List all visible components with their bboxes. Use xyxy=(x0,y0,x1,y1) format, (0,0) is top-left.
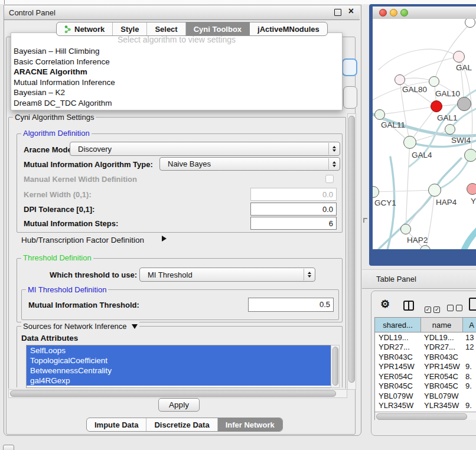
apply-button[interactable]: Apply xyxy=(158,398,200,412)
scrollbar-thumb[interactable] xyxy=(10,390,336,397)
tab-select[interactable]: Select xyxy=(147,22,185,35)
mi-steps-label: Mutual Information Steps: xyxy=(24,219,118,228)
attribute-list-scrollbar[interactable] xyxy=(331,345,340,388)
deselect-all-icon[interactable] xyxy=(447,303,462,314)
network-window-titlebar[interactable] xyxy=(373,6,476,19)
table-hscrollbar[interactable] xyxy=(375,412,476,420)
node-label: GAL10 xyxy=(435,89,460,98)
collapse-down-icon[interactable] xyxy=(132,324,138,329)
export-table-icon[interactable] xyxy=(469,298,476,311)
expand-right-icon[interactable] xyxy=(162,236,167,242)
table-row[interactable]: YDL19...YDL19...13 xyxy=(375,332,476,343)
tab-infer-network[interactable]: Infer Network xyxy=(218,418,282,431)
network-node-gal1[interactable] xyxy=(431,100,442,112)
table-panel-title: Table Panel xyxy=(376,275,416,283)
node-label: GAL xyxy=(456,63,472,72)
table-cell: YDR27... xyxy=(375,343,421,351)
data-attribute-item[interactable]: BetweennessCentrality xyxy=(27,366,331,376)
column-header-name[interactable]: name xyxy=(421,317,463,332)
network-node[interactable] xyxy=(457,97,471,111)
kernel-width-label: Kernel Width (0,1): xyxy=(24,190,92,199)
table-cell: YBR043C xyxy=(375,353,421,361)
columns-icon[interactable] xyxy=(403,301,414,311)
threshold-definition-title: Threshold Definition xyxy=(21,253,93,262)
table-cell: YBR045C xyxy=(375,381,421,390)
mi-threshold-label: Mutual Information Threshold: xyxy=(28,301,139,309)
manual-kernel-label: Manual Kernel Width Definition xyxy=(24,175,137,184)
table-cell: YDR27... xyxy=(421,343,463,351)
aracne-mode-select[interactable]: Discovery xyxy=(70,142,340,156)
table-row[interactable]: YER054CYER054C8. xyxy=(375,371,476,381)
network-node-hap4[interactable] xyxy=(428,184,441,197)
data-attribute-item[interactable]: TopologicalCoefficient xyxy=(27,356,331,366)
algorithm-option[interactable]: ARACNE Algorithm xyxy=(11,67,342,77)
table-row[interactable]: YBR043CYBR043C xyxy=(375,352,476,362)
tab-cyni-toolbox[interactable]: Cyni Toolbox xyxy=(186,22,250,35)
top-strip xyxy=(0,0,476,4)
mi-steps-field[interactable]: 6 xyxy=(250,217,337,230)
algorithm-option[interactable]: Bayesian – K2 xyxy=(11,87,342,98)
network-node-y[interactable] xyxy=(467,183,476,195)
algorithm-option[interactable]: Bayesian – Hill Climbing xyxy=(11,46,342,57)
tab-discretize-data[interactable]: Discretize Data xyxy=(146,418,217,431)
node-label: GAL11 xyxy=(381,120,405,129)
table-row[interactable]: YBR045CYBR045C9. xyxy=(375,381,476,392)
dpi-tolerance-label: DPI Tolerance [0,1]: xyxy=(24,205,94,214)
mi-algorithm-type-select[interactable]: Naive Bayes xyxy=(159,157,340,171)
tab-network[interactable]: Network xyxy=(57,22,113,35)
data-attribute-item[interactable]: SelfLoops xyxy=(27,345,331,356)
algorithm-option[interactable]: Dream8 DC_TDC Algorithm xyxy=(11,98,342,109)
float-icon[interactable] xyxy=(334,9,341,16)
algorithm-option[interactable]: Basic Correlation Inference xyxy=(11,57,342,67)
network-node-hap2[interactable] xyxy=(400,224,411,234)
table-cell: YER054C xyxy=(375,372,421,381)
column-header-shared[interactable]: shared... xyxy=(375,317,421,332)
table-row[interactable]: YPR145WYPR145W9. xyxy=(375,362,476,372)
network-view-canvas[interactable]: GALGAL80GAL10GAL1GAL11SWI4GAL4GCY1HAP4YH… xyxy=(373,19,476,249)
table-cell: YBL079W xyxy=(421,392,463,400)
which-threshold-label: Which threshold to use: xyxy=(50,270,137,279)
zoom-traffic-light-icon[interactable] xyxy=(400,9,408,17)
network-node-gal[interactable] xyxy=(453,51,465,63)
dpi-tolerance-field[interactable]: 0.0 xyxy=(250,203,337,216)
scrollbar-thumb[interactable] xyxy=(332,347,338,386)
network-node-gal4[interactable] xyxy=(403,136,416,149)
close-icon[interactable]: × xyxy=(348,6,354,17)
scrollbar-thumb[interactable] xyxy=(348,116,355,383)
tab-impute-data[interactable]: Impute Data xyxy=(87,418,146,431)
kernel-width-field[interactable]: 0.0 xyxy=(250,188,337,201)
combo-stepper-icon xyxy=(328,158,339,169)
tab-style[interactable]: Style xyxy=(113,22,147,35)
minimize-traffic-light-icon[interactable] xyxy=(390,9,397,17)
table-row[interactable]: YLR345WYLR345W9. xyxy=(375,401,476,411)
table-row[interactable]: YBL079WYBL079W xyxy=(375,391,476,401)
select-all-icon[interactable]: ✓ ✓ xyxy=(425,303,440,314)
network-node[interactable] xyxy=(464,149,476,162)
table-cell: 12 xyxy=(463,343,476,351)
table-row[interactable]: YDR27...YDR27...12 xyxy=(375,343,476,353)
sources-group-title[interactable]: Sources for Network Inference xyxy=(21,322,139,331)
panel-toggle-button[interactable] xyxy=(3,445,14,450)
algorithm-option[interactable]: Mutual Information Inference xyxy=(11,77,342,88)
panel-divider-handle[interactable] xyxy=(363,218,367,223)
settings-vscrollbar[interactable] xyxy=(347,113,356,390)
gear-icon[interactable]: ⚙ xyxy=(380,299,390,309)
network-node-swi4[interactable] xyxy=(445,124,455,135)
hub-definition-header[interactable]: Hub/Transcription Factor Definition xyxy=(21,236,144,244)
scrollbar-thumb[interactable] xyxy=(376,413,467,420)
settings-hscrollbar[interactable] xyxy=(8,389,347,398)
column-header-a[interactable]: A xyxy=(463,317,476,332)
close-traffic-light-icon[interactable] xyxy=(379,9,387,17)
tab-jactivemnodules[interactable]: jActiveMNodules xyxy=(250,22,327,35)
table-cell: YER054C xyxy=(421,372,463,381)
mi-threshold-field[interactable]: 0.5 xyxy=(248,298,334,312)
network-node-gal80[interactable] xyxy=(395,74,405,85)
data-attribute-item[interactable]: gal4RGexp xyxy=(27,376,331,386)
algorithm-definition-title: Algorithm Definition xyxy=(21,129,92,138)
network-node-gal11[interactable] xyxy=(374,109,385,120)
which-threshold-select[interactable]: MI Threshold xyxy=(139,268,315,282)
table-cell: YBR043C xyxy=(421,353,463,361)
network-node-gal10[interactable] xyxy=(429,76,439,87)
combo-stepper-icon xyxy=(304,269,314,281)
manual-kernel-checkbox[interactable] xyxy=(325,175,334,183)
